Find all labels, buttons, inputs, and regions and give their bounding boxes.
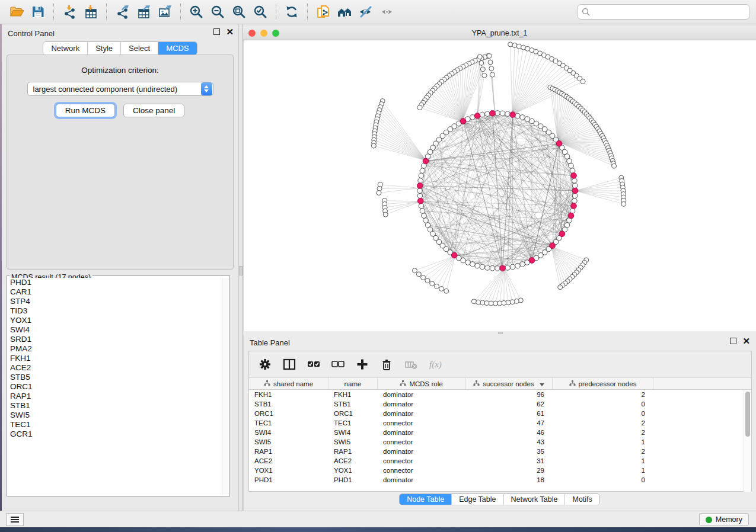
mcds-result-item[interactable]: CAR1 (8, 287, 222, 297)
table-row[interactable]: SWI4SWI4dominator462 (249, 428, 751, 437)
open-file-icon[interactable] (6, 2, 27, 21)
svg-text:f(x): f(x) (429, 360, 442, 370)
export-table-icon[interactable] (133, 2, 154, 21)
network-view-canvas[interactable] (243, 40, 756, 331)
first-neighbors-icon[interactable] (334, 2, 355, 21)
close-table-panel-icon[interactable]: ✕ (742, 338, 750, 344)
run-mcds-button[interactable]: Run MCDS (56, 104, 115, 117)
table-row[interactable]: YOX1YOX1connector291 (249, 466, 751, 475)
horizontal-splitter-grip[interactable] (498, 332, 503, 334)
table-cell: dominator (378, 399, 465, 409)
vertical-splitter[interactable] (238, 24, 243, 511)
memory-button[interactable]: Memory (699, 513, 749, 526)
tab-node-table[interactable]: Node Table (400, 494, 451, 505)
table-cell: ACE2 (328, 456, 378, 466)
settings-gear-icon[interactable] (257, 357, 273, 372)
table-cell (653, 418, 751, 428)
mcds-result-item[interactable]: SRD1 (8, 335, 222, 344)
toolbar-icons (6, 2, 398, 21)
table-cell (653, 428, 751, 437)
deselect-all-icon[interactable] (330, 357, 346, 372)
tab-edge-table[interactable]: Edge Table (451, 494, 503, 505)
mcds-result-item[interactable]: GCR1 (8, 430, 222, 439)
tab-mcds[interactable]: MCDS (158, 42, 196, 55)
table-scrollbar[interactable] (744, 390, 751, 492)
column-header-MCDS-role[interactable]: MCDS role (378, 378, 465, 389)
tab-network[interactable]: Network (43, 42, 87, 55)
refresh-icon[interactable] (281, 2, 302, 21)
close-panel-icon[interactable]: ✕ (226, 28, 234, 35)
mcds-result-item[interactable]: RAP1 (8, 392, 222, 401)
zoom-fit-icon[interactable] (228, 2, 250, 21)
hide-selected-icon[interactable] (355, 2, 377, 21)
split-view-icon[interactable] (282, 357, 297, 372)
memory-label: Memory (716, 515, 742, 524)
mcds-result-item[interactable]: STB1 (8, 401, 222, 411)
task-history-button[interactable] (6, 513, 24, 526)
mcds-result-item[interactable]: ORC1 (8, 382, 222, 392)
table-cell: SWI5 (249, 437, 328, 447)
mcds-result-item[interactable]: TEC1 (8, 420, 222, 430)
table-row[interactable]: ORC1ORC1dominator610 (249, 409, 751, 418)
application-window: Control Panel ✕ NetworkStyleSelectMCDS O… (0, 0, 756, 527)
mcds-result-item[interactable]: YOX1 (8, 316, 222, 325)
column-header-name[interactable]: name (328, 378, 378, 389)
mcds-result-item[interactable]: STP4 (8, 297, 222, 306)
column-header-successor-nodes[interactable]: successor nodes (465, 378, 553, 389)
import-table-icon[interactable] (80, 2, 101, 21)
table-row[interactable]: STB1STB1dominator620 (249, 399, 751, 409)
table-cell (653, 399, 751, 409)
zoom-in-icon[interactable] (186, 2, 207, 21)
table-row[interactable]: PHD1PHD1dominator180 (249, 475, 751, 485)
tab-select[interactable]: Select (120, 42, 158, 55)
table-row[interactable]: RAP1RAP1dominator352 (249, 447, 751, 456)
toolbar-separator (276, 4, 276, 20)
close-panel-button[interactable]: Close panel (123, 104, 184, 117)
mcds-result-item[interactable]: STB5 (8, 373, 222, 382)
criterion-dropdown[interactable]: largest connected component (undirected) (27, 82, 213, 96)
mcds-result-item[interactable]: TID3 (8, 306, 222, 316)
show-all-icon[interactable] (377, 2, 398, 21)
zoom-selected-icon[interactable] (250, 2, 271, 21)
table-row[interactable]: FKH1FKH1dominator962 (249, 390, 751, 399)
table-cell (653, 475, 751, 485)
export-image-icon[interactable] (154, 2, 176, 21)
mcds-result-item[interactable]: SWI5 (8, 411, 222, 420)
mcds-result-item[interactable]: PMA2 (8, 344, 222, 354)
save-session-icon[interactable] (27, 2, 49, 21)
main-toolbar (0, 0, 756, 24)
table-row[interactable]: SWI5SWI5connector431 (249, 437, 751, 447)
export-network-icon[interactable] (111, 2, 133, 21)
mcds-result-item[interactable]: PHD1 (8, 278, 222, 287)
table-cell: FKH1 (328, 390, 378, 399)
select-all-icon[interactable] (306, 357, 321, 372)
add-icon[interactable] (355, 357, 370, 372)
tab-network-table[interactable]: Network Table (503, 494, 565, 505)
mcds-result-item[interactable]: SWI4 (8, 325, 222, 335)
mcds-tab-pane: Optimization criterion: largest connecte… (7, 55, 234, 270)
tab-style[interactable]: Style (87, 42, 120, 55)
zoom-out-icon[interactable] (207, 2, 228, 21)
delete-icon[interactable] (379, 357, 394, 372)
float-panel-icon[interactable] (213, 28, 220, 35)
table-row[interactable]: ACE2ACE2connector311 (249, 456, 751, 466)
float-table-panel-icon[interactable] (730, 338, 736, 344)
mcds-result-scrollbar[interactable] (222, 278, 229, 495)
search-input[interactable] (593, 7, 745, 17)
table-cell: 43 (465, 437, 553, 447)
import-network-icon[interactable] (59, 2, 80, 21)
vertical-splitter-grip[interactable] (239, 266, 243, 275)
table-cell: SWI4 (249, 428, 328, 437)
clone-network-icon[interactable] (312, 2, 334, 21)
table-scrollbar-thumb[interactable] (745, 392, 750, 437)
column-header-label: shared name (273, 380, 313, 387)
mcds-result-item[interactable]: FKH1 (8, 354, 222, 363)
column-header-shared-name[interactable]: shared name (249, 378, 328, 389)
tree-icon (264, 380, 270, 387)
table-row[interactable]: TEC1TEC1connector472 (249, 418, 751, 428)
table-cell: 62 (465, 399, 553, 409)
sort-descending-icon (540, 380, 544, 387)
column-header-predecessor-nodes[interactable]: predecessor nodes (553, 378, 653, 389)
mcds-result-item[interactable]: ACE2 (8, 363, 222, 373)
tab-motifs[interactable]: Motifs (564, 494, 599, 505)
